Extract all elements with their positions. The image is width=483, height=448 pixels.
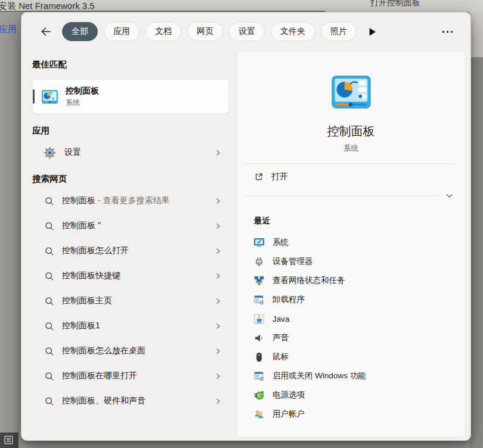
filter-tab-label: 文档 xyxy=(155,26,172,36)
recent-item[interactable]: 声音 xyxy=(237,328,465,347)
more-tabs-button[interactable] xyxy=(369,27,376,36)
selection-accent-bar xyxy=(33,89,35,104)
recent-item[interactable]: 电源选项 xyxy=(237,385,465,405)
recent-list: 系统 设备管理器 查看网络状态和任务 卸载程序 Java xyxy=(237,233,465,424)
device-manager-icon xyxy=(254,257,264,267)
chevron-right-icon xyxy=(214,347,222,355)
search-icon xyxy=(44,246,54,256)
web-search-item[interactable]: 控制面板快捷键 xyxy=(32,263,229,288)
filter-tab-label: 网页 xyxy=(197,26,213,36)
filter-tab[interactable]: 文档 xyxy=(145,22,181,41)
recent-item-label: 查看网络状态和任务 xyxy=(273,275,345,286)
filter-tab-label: 设置 xyxy=(239,26,255,36)
chevron-right-icon xyxy=(214,397,222,405)
web-search-text: 控制面板 - 查看更多搜索结果 xyxy=(62,195,169,206)
options-button[interactable] xyxy=(440,27,455,36)
best-match-title: 控制面板 xyxy=(66,86,99,97)
uninstall-program-icon xyxy=(254,295,264,305)
filter-tab[interactable]: 全部 xyxy=(62,22,98,41)
control-panel-icon xyxy=(332,76,371,108)
sound-icon xyxy=(254,333,264,343)
chevron-right-icon xyxy=(214,247,222,255)
filter-tab[interactable]: 照片 xyxy=(321,22,357,41)
web-search-results: 控制面板 - 查看更多搜索结果 控制面板 '' 控制面板怎么打开 控制面板快捷键 xyxy=(32,188,229,413)
chevron-right-icon xyxy=(214,297,222,305)
best-match-item[interactable]: 控制面板 系统 xyxy=(32,79,229,114)
background-right-strip-top xyxy=(469,12,483,57)
chevron-right-icon xyxy=(214,372,222,380)
web-search-text: 控制面板主页 xyxy=(62,295,112,306)
filter-tab-label: 照片 xyxy=(330,26,347,36)
recent-item[interactable]: 鼠标 xyxy=(237,347,465,366)
recent-item-label: 声音 xyxy=(273,332,289,343)
recent-item[interactable]: Java xyxy=(237,309,465,328)
filter-tab[interactable]: 应用 xyxy=(104,22,140,41)
filter-tab[interactable]: 文件夹 xyxy=(271,22,315,41)
screen: 安装 Net Framework 3.5 打开控制面板 应用 全部应用文档网页设… xyxy=(0,0,483,448)
background-top-right-text: 打开控制面板 xyxy=(370,0,420,8)
preview-subtitle: 系统 xyxy=(237,144,465,154)
web-search-item[interactable]: 控制面板 - 查看更多搜索结果 xyxy=(32,188,229,213)
recent-item[interactable]: 启用或关闭 Windows 功能 xyxy=(237,366,465,385)
open-external-icon xyxy=(254,172,264,182)
chevron-right-icon xyxy=(214,222,222,230)
web-search-item[interactable]: 控制面板在哪里打开 xyxy=(32,363,229,388)
back-button[interactable] xyxy=(38,24,54,39)
ellipsis-icon xyxy=(442,31,444,33)
system-monitor-icon xyxy=(254,238,264,248)
web-search-item[interactable]: 控制面板主页 xyxy=(32,288,229,313)
filter-tab-bar: 全部应用文档网页设置文件夹照片 xyxy=(21,13,470,51)
recent-item[interactable]: 卸载程序 xyxy=(237,290,465,309)
app-result-item[interactable]: 设置 xyxy=(32,142,229,163)
recent-item-label: Java xyxy=(273,315,290,323)
recent-item-label: 用户帐户 xyxy=(273,409,305,419)
background-app-link: 应用 xyxy=(0,24,17,35)
chevron-right-icon xyxy=(214,197,222,205)
user-accounts-icon xyxy=(254,409,264,419)
java-icon xyxy=(254,314,264,324)
best-match-subtitle: 系统 xyxy=(66,98,99,108)
web-search-item[interactable]: 控制面板怎么放在桌面 xyxy=(32,338,229,363)
search-icon xyxy=(44,221,54,231)
filter-tab[interactable]: 设置 xyxy=(229,22,265,41)
web-search-item[interactable]: 控制面板1 xyxy=(32,313,229,338)
recent-item-label: 电源选项 xyxy=(273,390,305,400)
divider xyxy=(244,195,439,196)
recent-item-label: 设备管理器 xyxy=(273,256,313,267)
search-icon xyxy=(44,321,54,331)
filter-tabs: 全部应用文档网页设置文件夹照片 xyxy=(62,22,363,41)
preview-pane: 控制面板 系统 打开 最近 系统 设备管理器 xyxy=(237,52,465,437)
recent-item[interactable]: 系统 xyxy=(237,233,465,252)
web-search-suffix: - 查看更多搜索结果 xyxy=(95,195,169,205)
chevron-right-icon xyxy=(214,149,222,157)
power-options-icon xyxy=(254,390,264,400)
web-search-text: 控制面板怎么打开 xyxy=(62,245,129,256)
open-action[interactable]: 打开 xyxy=(237,164,465,190)
network-status-icon xyxy=(254,276,264,286)
background-right-strip xyxy=(469,57,483,448)
web-search-item[interactable]: 控制面板怎么打开 xyxy=(32,238,229,263)
recent-item[interactable]: 设备管理器 xyxy=(237,252,465,271)
open-label: 打开 xyxy=(271,172,288,182)
settings-gear-icon xyxy=(44,147,56,159)
results-column: 最佳匹配 控制面板 系统 应用 设置 搜索网页 xyxy=(21,51,237,440)
filter-tab-label: 文件夹 xyxy=(280,26,305,36)
list-lines-icon xyxy=(4,435,13,444)
recent-item[interactable]: 查看网络状态和任务 xyxy=(237,271,465,290)
recent-header: 最近 xyxy=(237,216,465,226)
recent-item[interactable]: 用户帐户 xyxy=(237,405,465,424)
web-search-text: 控制面板、硬件和声音 xyxy=(62,396,145,406)
chevron-down-icon[interactable] xyxy=(445,191,454,200)
filter-tab[interactable]: 网页 xyxy=(187,22,223,41)
app-results: 设置 xyxy=(32,142,229,163)
search-flyout: 全部应用文档网页设置文件夹照片 最佳匹配 控制面板 系统 应用 设置 xyxy=(21,12,471,441)
web-search-header: 搜索网页 xyxy=(32,173,229,185)
windows-features-icon xyxy=(254,371,264,381)
recent-item-label: 鼠标 xyxy=(273,351,289,362)
best-match-header: 最佳匹配 xyxy=(32,59,229,70)
preview-title: 控制面板 xyxy=(237,123,465,139)
search-icon xyxy=(44,196,54,206)
web-search-item[interactable]: 控制面板 '' xyxy=(32,213,229,238)
web-search-item[interactable]: 控制面板、硬件和声音 xyxy=(32,388,229,413)
mouse-icon xyxy=(254,352,264,362)
